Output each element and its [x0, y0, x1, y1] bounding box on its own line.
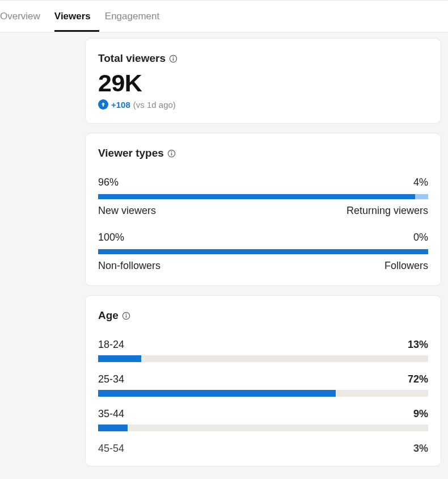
tabs-bar: Overview Viewers Engagement	[0, 0, 448, 32]
viewer-types-card: Viewer types 96%4%New viewersReturning v…	[85, 133, 441, 286]
age-row-header: 18-2413%	[98, 339, 428, 351]
age-bucket-label: 45-54	[98, 443, 124, 455]
viewer-types-chart: 96%4%New viewersReturning viewers100%0%N…	[98, 177, 428, 272]
tab-viewers[interactable]: Viewers	[54, 6, 99, 32]
info-icon[interactable]	[122, 312, 130, 320]
age-row: 35-449%	[98, 408, 428, 431]
total-viewers-card: Total viewers 29K +108 (vs 1d ago)	[85, 38, 441, 124]
age-bar-fill	[98, 390, 336, 397]
age-row-header: 45-543%	[98, 443, 428, 455]
age-bar-fill	[98, 425, 128, 431]
viewer-types-labels: New viewersReturning viewers	[98, 205, 428, 217]
age-title: Age	[98, 309, 428, 322]
age-row: 45-543%	[98, 443, 428, 455]
total-viewers-delta: +108 (vs 1d ago)	[98, 99, 428, 110]
age-title-text: Age	[98, 309, 119, 322]
age-bar-track	[98, 425, 428, 431]
viewer-types-title-text: Viewer types	[98, 147, 164, 159]
info-icon[interactable]	[169, 54, 177, 63]
age-row: 18-2413%	[98, 339, 428, 362]
age-bar-track	[98, 390, 428, 397]
left-label: New viewers	[98, 205, 156, 217]
viewer-types-row: 96%4%New viewersReturning viewers	[98, 177, 428, 217]
viewer-types-bar	[98, 249, 428, 254]
viewer-types-bar-fill	[98, 194, 415, 199]
tab-overview[interactable]: Overview	[0, 6, 49, 32]
viewer-types-percents: 100%0%	[98, 232, 428, 243]
age-bucket-percent: 72%	[408, 373, 428, 385]
delta-value: +108	[111, 100, 130, 110]
total-viewers-title-text: Total viewers	[98, 52, 166, 65]
viewer-types-percents: 96%4%	[98, 177, 428, 188]
right-percent: 4%	[413, 177, 428, 188]
age-row-header: 35-449%	[98, 408, 428, 420]
right-label: Followers	[384, 260, 428, 272]
age-bucket-percent: 9%	[413, 408, 428, 420]
age-bar-track	[98, 355, 428, 362]
age-bucket-percent: 3%	[413, 443, 428, 455]
svg-point-2	[173, 56, 174, 57]
tab-engagement[interactable]: Engagement	[105, 6, 168, 32]
viewer-types-labels: Non-followersFollowers	[98, 260, 428, 272]
viewer-types-bar	[98, 194, 428, 199]
age-row-header: 25-3472%	[98, 373, 428, 385]
age-bucket-label: 18-24	[98, 339, 124, 351]
viewer-types-row: 100%0%Non-followersFollowers	[98, 232, 428, 272]
age-bar-fill	[98, 355, 141, 362]
content-area: Total viewers 29K +108 (vs 1d ago) Viewe	[85, 32, 448, 467]
right-label: Returning viewers	[346, 205, 428, 217]
age-chart: 18-2413%25-3472%35-449%45-543%	[98, 339, 428, 455]
total-viewers-value: 29K	[98, 69, 428, 97]
left-percent: 100%	[98, 232, 124, 243]
svg-point-8	[126, 313, 127, 314]
arrow-up-icon	[98, 99, 108, 110]
age-card: Age 18-2413%25-3472%35-449%45-543%	[85, 295, 441, 467]
age-bucket-label: 35-44	[98, 408, 124, 420]
left-label: Non-followers	[98, 260, 160, 272]
viewer-types-title: Viewer types	[98, 147, 428, 159]
info-icon[interactable]	[167, 149, 176, 158]
age-bucket-percent: 13%	[408, 339, 428, 351]
total-viewers-title: Total viewers	[98, 52, 428, 65]
age-row: 25-3472%	[98, 373, 428, 397]
age-bucket-label: 25-34	[98, 373, 124, 385]
svg-point-5	[171, 151, 172, 152]
left-percent: 96%	[98, 177, 119, 188]
delta-reference: (vs 1d ago)	[133, 100, 176, 110]
viewer-types-bar-fill	[98, 249, 428, 254]
right-percent: 0%	[413, 232, 428, 243]
